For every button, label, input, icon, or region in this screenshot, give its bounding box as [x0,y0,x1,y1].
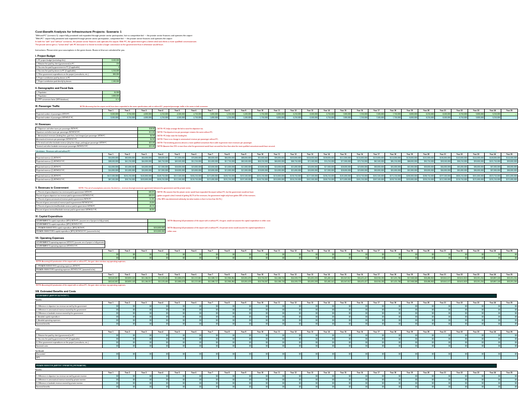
instructions: Instructions: Please enter your assumpti… [35,49,497,51]
section-revenues: IV. Revenues [35,123,497,126]
section-capex: VI. Capital Expenditure [35,215,497,218]
gov-benefits-table: Year 1Year 2Year 3Year 4Year 5Year 6Year… [35,301,518,326]
opex-table-2: 2. PRIVATE INVESTOR'S operating expenses… [35,264,103,272]
scenario-line-1: "Without-FC" (scenario 1): airport fully… [35,34,497,37]
section-benefits: VIII. Estimated Benefits and Costs [35,290,497,293]
gov-header-bar: GOVERNMENT (AIRPORT AUTHORITY) [35,294,497,298]
gov-costs-table: Year 1Year 2Year 3Year 4Year 5Year 6Year… [35,330,518,348]
rev-gov-table: 1. Percent of gross departure tax revenu… [35,190,257,212]
priv-benefits-table: Year 1Year 2Year 3Year 4Year 5Year 6Year… [35,371,518,389]
opex-years-2: Year 1Year 2Year 3Year 4Year 5Year 6Year… [35,273,518,287]
demo-table: 1. Population16,9002. Population2,000,00… [35,91,120,102]
section-opex: VII. Operating Expenses [35,236,497,239]
revenue-params-table: 1. Departure and other taxes per passeng… [35,127,276,148]
section-budget: I. Project Budget [35,54,497,57]
scenario-line-2: "With-FC": airport fully privatized and … [35,37,497,40]
doc-title: Cost-Benefit Analysis for Infrastructure… [35,30,497,33]
section-rev-gov: V. Revenues to Government [35,186,68,189]
calc-table: Year 1Year 2Year 3Year 4Year 5Year 6Year… [35,152,518,183]
scenario-line-3: In both the "with" and "without" scenari… [35,40,497,43]
budget-table: 1. FC project budget (excluding infra)3,… [35,58,120,84]
opex-table-1: GOVERNMENT'S operating expenses WITH FC … [35,240,105,248]
gov-net-table: Discounted$0$0$0$0$0$0$0$0$0$0$0$0$0$0$0… [35,352,518,360]
priv-header-bar: PRIVATE INVESTOR (AIRPORT OPERATOR) (FRO… [35,364,497,368]
section-traffic: III. Passenger Traffic [35,105,60,108]
traffic-table: Year 1Year 2Year 3Year 4Year 5Year 6Year… [35,109,518,120]
scenario-line-4: The private sector gets a "worse deal" w… [35,43,497,46]
section-demo: II. Demographic and Fiscal Data [35,87,497,90]
rev-gov-note: NOTE: This set of assumptions concerns t… [79,187,191,189]
traffic-note: NOTE: Assuming that the airport would ha… [80,106,208,108]
opex-years-1: Year 1Year 2Year 3Year 4Year 5Year 6Year… [35,249,518,263]
capex-table: GOVERNMENT'S capital expenditure (NPV) W… [35,219,272,233]
